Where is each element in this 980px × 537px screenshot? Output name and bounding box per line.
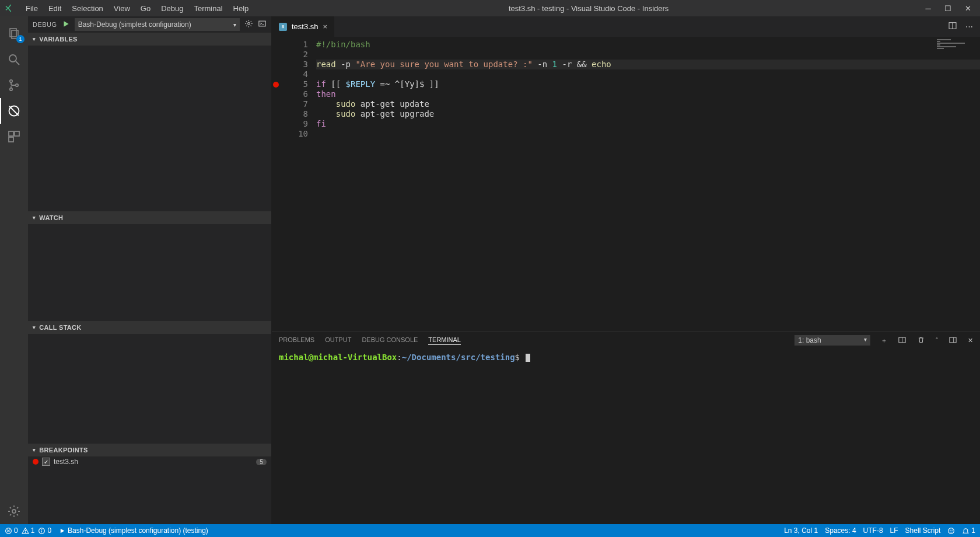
status-feedback-icon[interactable]: [947, 527, 955, 535]
menu-edit[interactable]: Edit: [44, 2, 66, 15]
status-launch-config[interactable]: Bash-Debug (simplest configuration) (tes…: [58, 526, 208, 535]
maximize-panel-button[interactable]: [949, 336, 957, 346]
activity-settings-icon[interactable]: [0, 498, 28, 524]
debug-config-select[interactable]: Bash-Debug (simplest configuration): [75, 18, 240, 31]
menu-help[interactable]: Help: [229, 2, 254, 15]
breakpoint-row[interactable]: ✓ test3.sh 5: [28, 456, 271, 467]
section-watch-header[interactable]: WATCH: [28, 211, 271, 224]
kill-terminal-button[interactable]: [917, 336, 925, 345]
breakpoint-checkbox[interactable]: ✓: [42, 458, 50, 466]
menu-bar: File Edit Selection View Go Debug Termin…: [21, 2, 253, 15]
menu-file[interactable]: File: [21, 2, 43, 15]
editor-stack: $ test3.sh × ⋯ 12345678910 #!/bin/bashre…: [272, 16, 980, 524]
menu-view[interactable]: View: [109, 2, 135, 15]
status-bar: 0 1 0 Bash-Debug (simplest configuration…: [0, 524, 980, 537]
panel-tab-problems[interactable]: PROBLEMS: [279, 336, 314, 344]
minimize-button[interactable]: ─: [924, 4, 932, 13]
svg-point-29: [949, 528, 954, 533]
window-title: test3.sh - testing - Visual Studio Code …: [253, 4, 924, 13]
status-eol[interactable]: LF: [890, 526, 898, 535]
menu-go[interactable]: Go: [136, 2, 155, 15]
start-debug-button[interactable]: [62, 20, 70, 30]
panel-tabs: PROBLEMS OUTPUT DEBUG CONSOLE TERMINAL 1…: [272, 332, 980, 349]
activity-bar: [0, 16, 28, 524]
close-window-button[interactable]: ✕: [964, 4, 972, 13]
terminal-select[interactable]: 1: bash: [794, 335, 870, 346]
terminal-user: michal@michal-VirtualBox: [279, 353, 397, 362]
editor-tabs: $ test3.sh × ⋯: [272, 16, 980, 37]
section-breakpoints-header[interactable]: BREAKPOINTS: [28, 444, 271, 456]
terminal-path: ~/Documents/src/testing: [402, 353, 515, 362]
split-terminal-button[interactable]: [898, 336, 907, 346]
panel-collapse-button[interactable]: ˆ: [936, 337, 938, 344]
terminal-content[interactable]: michal@michal-VirtualBox:~/Documents/src…: [272, 349, 980, 524]
window-controls: ─ ☐ ✕: [924, 4, 975, 13]
code-editor[interactable]: 12345678910 #!/bin/bashread -p "Are you …: [272, 37, 980, 331]
svg-point-28: [42, 529, 43, 530]
svg-rect-19: [950, 337, 956, 343]
svg-point-2: [9, 55, 16, 62]
status-bell-count: 1: [971, 526, 975, 535]
minimap[interactable]: [937, 39, 972, 46]
svg-point-4: [10, 80, 12, 82]
status-language[interactable]: Shell Script: [905, 526, 941, 535]
section-variables-body: [28, 46, 271, 211]
debug-console-button[interactable]: [258, 19, 267, 30]
terminal-dollar: $: [515, 353, 520, 362]
section-breakpoints-body: ✓ test3.sh 5: [28, 456, 271, 524]
panel-tab-terminal[interactable]: TERMINAL: [428, 336, 461, 345]
terminal-select-label: 1: bash: [798, 336, 821, 344]
status-infos[interactable]: 0: [38, 526, 51, 535]
debug-header: DEBUG Bash-Debug (simplest configuration…: [28, 16, 271, 33]
svg-point-6: [16, 84, 18, 86]
activity-search-icon[interactable]: [0, 47, 28, 72]
svg-rect-1: [12, 30, 18, 39]
glyph-margin[interactable]: [272, 37, 280, 331]
more-actions-button[interactable]: ⋯: [965, 22, 973, 31]
svg-point-13: [248, 23, 250, 25]
svg-point-12: [12, 510, 16, 513]
section-variables-header[interactable]: VARIABLES: [28, 33, 271, 46]
menu-terminal[interactable]: Terminal: [189, 2, 227, 15]
new-terminal-button[interactable]: ＋: [881, 336, 887, 345]
maximize-button[interactable]: ☐: [944, 4, 952, 13]
activity-debug-icon[interactable]: [0, 98, 28, 124]
tab-close-button[interactable]: ×: [323, 22, 328, 31]
status-spaces[interactable]: Spaces: 4: [825, 526, 856, 535]
terminal-cursor: [526, 354, 530, 362]
svg-point-25: [25, 532, 26, 532]
status-errors[interactable]: 0: [5, 526, 18, 535]
svg-point-5: [10, 88, 12, 90]
breakpoint-file: test3.sh: [54, 458, 78, 466]
activity-explorer-icon[interactable]: [0, 21, 28, 47]
debug-config-label: Bash-Debug (simplest configuration): [78, 20, 191, 29]
svg-line-3: [16, 61, 19, 65]
status-infos-count: 0: [47, 526, 51, 535]
title-bar: File Edit Selection View Go Debug Termin…: [0, 0, 980, 16]
line-numbers: 12345678910: [280, 37, 314, 331]
status-notifications-icon[interactable]: 1: [962, 526, 975, 535]
debug-settings-button[interactable]: [244, 19, 253, 30]
status-lncol[interactable]: Ln 3, Col 1: [784, 526, 818, 535]
file-icon: $: [279, 23, 287, 31]
split-editor-button[interactable]: [948, 21, 957, 32]
svg-rect-14: [259, 21, 265, 26]
activity-scm-icon[interactable]: [0, 72, 28, 98]
section-callstack-header[interactable]: CALL STACK: [28, 321, 271, 334]
app-logo-icon: [5, 4, 14, 13]
menu-debug[interactable]: Debug: [156, 2, 188, 15]
code-content[interactable]: #!/bin/bashread -p "Are you sure you wan…: [314, 37, 980, 331]
status-warnings-count: 1: [31, 526, 35, 535]
menu-selection[interactable]: Selection: [67, 2, 107, 15]
status-warnings[interactable]: 1: [22, 526, 35, 535]
debug-label: DEBUG: [33, 21, 57, 28]
close-panel-button[interactable]: ✕: [968, 337, 973, 344]
panel-tab-output[interactable]: OUTPUT: [325, 336, 351, 344]
activity-extensions-icon[interactable]: [0, 124, 28, 149]
status-errors-count: 0: [14, 526, 18, 535]
tab-filename: test3.sh: [292, 22, 318, 31]
debug-sidebar: DEBUG Bash-Debug (simplest configuration…: [28, 16, 272, 524]
status-encoding[interactable]: UTF-8: [863, 526, 883, 535]
panel-tab-debug-console[interactable]: DEBUG CONSOLE: [362, 336, 418, 344]
editor-tab[interactable]: $ test3.sh ×: [272, 16, 335, 37]
